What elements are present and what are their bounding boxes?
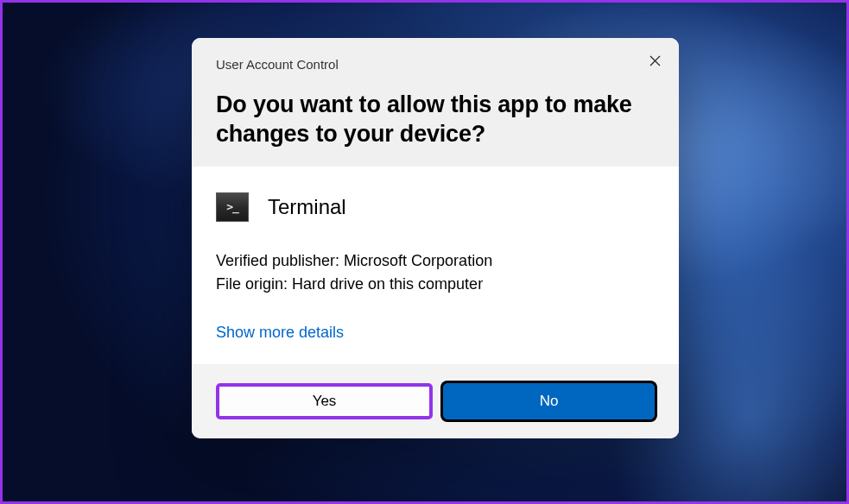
dialog-title-large: Do you want to allow this app to make ch… [216, 91, 655, 149]
close-button[interactable] [644, 50, 665, 71]
no-button[interactable]: No [443, 383, 655, 419]
yes-button[interactable]: Yes [216, 383, 433, 419]
app-name: Terminal [268, 195, 346, 219]
app-row: Terminal [216, 192, 655, 222]
close-icon [649, 55, 661, 66]
dialog-body: Terminal Verified publisher: Microsoft C… [192, 167, 679, 364]
publisher-line: Verified publisher: Microsoft Corporatio… [216, 249, 655, 273]
show-details-link[interactable]: Show more details [216, 324, 344, 342]
origin-line: File origin: Hard drive on this computer [216, 273, 655, 296]
dialog-footer: Yes No [192, 364, 679, 438]
dialog-title-small: User Account Control [216, 57, 655, 72]
terminal-icon [216, 192, 249, 222]
dialog-header: User Account Control Do you want to allo… [192, 38, 679, 167]
uac-dialog: User Account Control Do you want to allo… [192, 38, 679, 438]
